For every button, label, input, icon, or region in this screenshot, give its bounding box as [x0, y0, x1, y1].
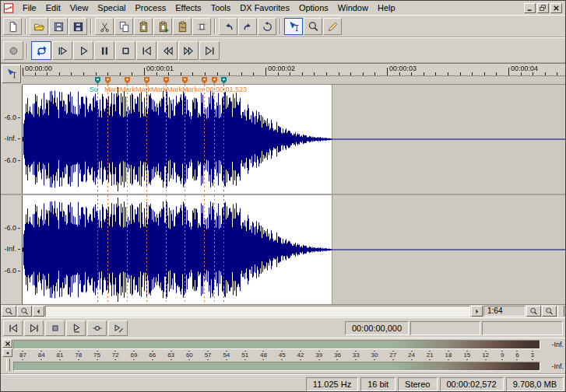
playbar-play-special-button[interactable]	[108, 320, 128, 336]
trim-button[interactable]	[192, 18, 211, 35]
marker-pin-8[interactable]	[212, 77, 217, 84]
dot-icon	[4, 349, 12, 357]
selection-length-display[interactable]	[482, 321, 563, 335]
magnify-tool-button[interactable]	[304, 18, 322, 35]
scroll-left-button[interactable]	[33, 306, 44, 317]
new-button[interactable]	[3, 18, 22, 35]
pause-button[interactable]	[94, 41, 114, 60]
audio-editor-window: FileEditViewSpecialProcessEffectsToolsDX…	[0, 0, 566, 392]
go-to-start-button[interactable]	[136, 41, 156, 60]
trim-crop-icon	[196, 21, 208, 33]
loop-arrows-icon	[36, 45, 47, 57]
paste-button[interactable]	[134, 18, 153, 35]
play-pencil-icon	[113, 323, 124, 334]
minimize-window-button[interactable]	[524, 3, 536, 13]
play-button[interactable]	[73, 41, 93, 60]
meter-scale-value: 27	[389, 350, 396, 361]
menu-dx-favorites[interactable]: DX Favorites	[235, 2, 294, 13]
playbar-play-normal-button[interactable]	[66, 320, 86, 336]
menu-special[interactable]: Special	[93, 2, 130, 13]
forward-button[interactable]	[178, 41, 199, 60]
edit-tool-button[interactable]	[284, 18, 303, 35]
meter-drag-grip[interactable]	[6, 359, 10, 371]
copy-button[interactable]	[114, 18, 133, 35]
edit-tool-selector-button[interactable]	[2, 65, 21, 83]
save-as-button[interactable]	[69, 18, 87, 35]
time-ruler[interactable]	[23, 64, 566, 75]
position-time-display[interactable]: 00:00:00,000	[345, 321, 409, 335]
meter-bar-right-channel	[13, 362, 540, 371]
playbar-play-plain-button[interactable]	[87, 320, 107, 336]
playbar-go-to-end-button[interactable]	[24, 320, 44, 336]
play-icon	[78, 45, 90, 57]
scroll-right-button[interactable]	[471, 306, 483, 317]
play-all-button[interactable]	[52, 41, 72, 60]
restore-icon	[539, 4, 547, 12]
redo-button[interactable]	[238, 18, 257, 35]
stop-button[interactable]	[115, 41, 135, 60]
record-button[interactable]	[3, 41, 23, 60]
zoom-in-button[interactable]	[542, 306, 557, 317]
cut-button[interactable]	[95, 18, 114, 35]
go-to-end-button[interactable]	[199, 41, 220, 60]
marker-pin-2[interactable]	[105, 77, 111, 84]
menu-process[interactable]: Process	[130, 2, 171, 13]
selection-start-display[interactable]	[410, 321, 480, 335]
menu-file[interactable]: File	[18, 2, 41, 13]
waveform-right-channel[interactable]	[23, 195, 566, 304]
meter-menu-button[interactable]	[2, 348, 12, 357]
menu-edit[interactable]: Edit	[41, 2, 65, 13]
window-splitter[interactable]	[557, 306, 564, 317]
marker-pin-6[interactable]	[182, 77, 188, 84]
paste-special-button[interactable]	[153, 18, 172, 35]
marker-pin-3[interactable]	[125, 77, 130, 84]
repeat-button[interactable]	[258, 18, 276, 35]
meter-scale-value: 24	[408, 350, 415, 361]
zoom-ratio-display[interactable]: 1:64	[483, 306, 526, 317]
db-scale-right-channel: -6.0-Inf.-6.0	[1, 195, 23, 304]
marker-pin-4[interactable]	[144, 77, 149, 84]
zoom-out-time-button[interactable]	[2, 306, 16, 317]
menu-help[interactable]: Help	[373, 2, 400, 13]
playbar-stop-button[interactable]	[45, 320, 65, 336]
zoom-in-time-button[interactable]	[17, 306, 32, 317]
open-button[interactable]	[30, 18, 48, 35]
close-x-icon	[552, 4, 561, 12]
menu-options[interactable]: Options	[294, 2, 333, 13]
waveform-left-channel[interactable]	[23, 85, 566, 194]
mix-button[interactable]	[173, 18, 192, 35]
zoom-out-button[interactable]	[526, 306, 541, 317]
marker-bar[interactable]	[23, 75, 566, 85]
undo-button[interactable]	[219, 18, 237, 35]
rewind-button[interactable]	[157, 41, 178, 60]
magnifier-icon	[5, 307, 13, 316]
forward-icon	[183, 45, 195, 57]
transport-toolbar	[1, 37, 565, 63]
save-button[interactable]	[49, 18, 68, 35]
menu-bar: FileEditViewSpecialProcessEffectsToolsDX…	[1, 1, 565, 15]
open-folder-icon	[33, 21, 45, 33]
menu-window[interactable]: Window	[333, 2, 373, 13]
restore-window-button[interactable]	[537, 3, 549, 13]
undo-arrow-icon	[223, 21, 234, 33]
meter-scale-value: 42	[297, 350, 304, 361]
close-window-button[interactable]	[550, 3, 562, 13]
meter-scale-value: 78	[75, 350, 82, 361]
meter-scale-value: 51	[241, 350, 248, 361]
menu-effects[interactable]: Effects	[171, 2, 206, 13]
marker-pin-9[interactable]	[221, 77, 227, 84]
meter-close-button[interactable]	[2, 339, 12, 348]
menu-view[interactable]: View	[65, 2, 93, 13]
marker-pin-5[interactable]	[163, 77, 169, 84]
loop-playback-button[interactable]	[31, 41, 51, 60]
toolbar-separator	[25, 19, 26, 34]
marker-pin-7[interactable]	[202, 77, 207, 84]
status-bar: 11.025 Hz 16 bit Stereo 00:00:02,572 9.7…	[1, 373, 565, 392]
menu-tools[interactable]: Tools	[206, 2, 236, 13]
skip-end-icon	[29, 323, 40, 334]
playbar-go-to-start-button[interactable]	[3, 320, 23, 336]
pencil-tool-button[interactable]	[323, 18, 342, 35]
horizontal-scrollbar[interactable]	[45, 306, 470, 317]
marker-pin-1[interactable]	[95, 77, 100, 84]
level-meters: 8784817875726966636057545148454239363330…	[1, 338, 565, 373]
